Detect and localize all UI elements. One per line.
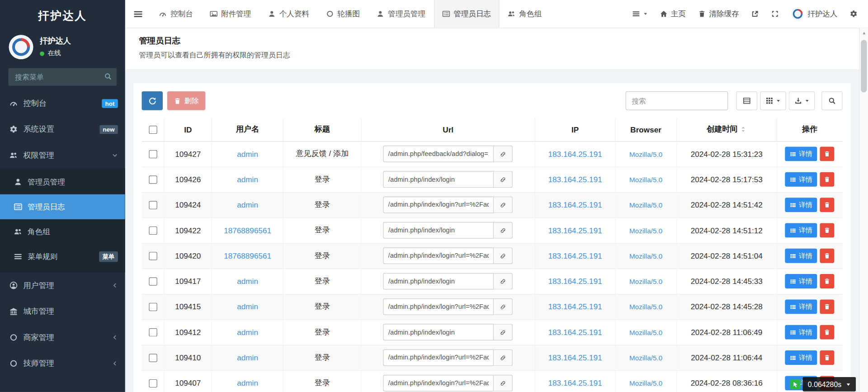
- clear-cache-link[interactable]: 清除缓存: [692, 0, 745, 28]
- sidebar-item[interactable]: 技师管理: [0, 350, 125, 377]
- row-checkbox[interactable]: [149, 226, 157, 234]
- detail-button[interactable]: 详情: [785, 350, 817, 365]
- columns-button[interactable]: [760, 91, 786, 110]
- detail-button[interactable]: 详情: [785, 325, 817, 340]
- url-link-button[interactable]: [494, 273, 513, 290]
- user-menu[interactable]: 扞护达人: [785, 0, 844, 28]
- tabs-dropdown[interactable]: [626, 0, 654, 28]
- username-link[interactable]: 18768896561: [224, 251, 271, 260]
- column-header[interactable]: Url: [361, 118, 535, 141]
- browser-link[interactable]: Mozilla/5.0: [629, 380, 662, 387]
- cursor-icon[interactable]: [790, 379, 801, 389]
- delete-row-button[interactable]: [820, 274, 835, 288]
- username-link[interactable]: admin: [237, 200, 258, 209]
- username-link[interactable]: admin: [237, 302, 258, 312]
- home-link[interactable]: 主页: [654, 0, 692, 28]
- column-header[interactable]: IP: [535, 118, 615, 141]
- topbar-tab[interactable]: 管理员日志: [434, 0, 499, 28]
- username-link[interactable]: admin: [237, 150, 258, 159]
- url-link-button[interactable]: [494, 298, 513, 315]
- column-header[interactable]: 标题: [283, 118, 361, 141]
- url-link-button[interactable]: [494, 375, 513, 392]
- url-link-button[interactable]: [494, 324, 513, 340]
- sidebar-subitem[interactable]: 管理员日志: [0, 194, 125, 219]
- delete-button[interactable]: 删除: [167, 91, 205, 110]
- scrollbar-thumb[interactable]: [861, 40, 867, 92]
- row-checkbox[interactable]: [149, 252, 157, 260]
- sidebar-item[interactable]: 控制台hot: [0, 90, 125, 117]
- row-checkbox[interactable]: [149, 379, 157, 387]
- sidebar-subitem[interactable]: 角色组: [0, 219, 125, 244]
- sidebar-subitem[interactable]: 管理员管理: [0, 170, 125, 194]
- column-header[interactable]: Browser: [615, 118, 677, 141]
- sidebar-item[interactable]: 商家管理: [0, 325, 125, 351]
- ip-link[interactable]: 183.164.25.191: [548, 175, 602, 184]
- scrollbar[interactable]: ▲: [859, 28, 868, 392]
- export-button[interactable]: [789, 91, 815, 110]
- browser-link[interactable]: Mozilla/5.0: [629, 329, 662, 336]
- username-link[interactable]: admin: [237, 379, 258, 388]
- view-toggle-button[interactable]: [736, 91, 758, 110]
- username-link[interactable]: admin: [237, 277, 258, 286]
- sidebar-subitem[interactable]: 菜单规则菜单: [0, 244, 125, 269]
- detail-button[interactable]: 详情: [785, 198, 817, 212]
- delete-row-button[interactable]: [820, 325, 835, 340]
- row-checkbox[interactable]: [149, 277, 157, 285]
- topbar-tab[interactable]: 轮播图: [317, 0, 368, 28]
- browser-link[interactable]: Mozilla/5.0: [629, 176, 662, 184]
- row-checkbox[interactable]: [149, 150, 157, 158]
- browser-link[interactable]: Mozilla/5.0: [629, 278, 662, 286]
- browser-link[interactable]: Mozilla/5.0: [629, 151, 662, 158]
- url-input[interactable]: [383, 222, 494, 239]
- topbar-tab[interactable]: 管理员管理: [368, 0, 434, 28]
- column-header[interactable]: 创建时间: [676, 118, 777, 141]
- delete-row-button[interactable]: [820, 223, 835, 237]
- username-link[interactable]: admin: [237, 353, 258, 362]
- url-link-button[interactable]: [494, 171, 513, 188]
- delete-row-button[interactable]: [820, 198, 835, 212]
- browser-link[interactable]: Mozilla/5.0: [629, 227, 662, 235]
- url-link-button[interactable]: [494, 146, 513, 162]
- column-header[interactable]: 用户名: [212, 118, 283, 141]
- username-link[interactable]: admin: [237, 175, 258, 184]
- delete-row-button[interactable]: [820, 172, 835, 187]
- table-search-input[interactable]: [626, 91, 728, 110]
- url-input[interactable]: [383, 349, 494, 366]
- row-checkbox[interactable]: [149, 201, 157, 209]
- sidebar-item[interactable]: 用户管理: [0, 272, 125, 298]
- url-input[interactable]: [383, 247, 494, 264]
- url-link-button[interactable]: [494, 222, 513, 239]
- topbar-tab[interactable]: 控制台: [151, 0, 201, 28]
- popup-button[interactable]: [745, 0, 765, 28]
- delete-row-button[interactable]: [820, 249, 835, 263]
- row-checkbox[interactable]: [149, 328, 157, 336]
- url-link-button[interactable]: [494, 197, 513, 213]
- ip-link[interactable]: 183.164.25.191: [548, 379, 602, 388]
- detail-button[interactable]: 详情: [785, 172, 817, 187]
- topbar-tab[interactable]: 附件管理: [201, 0, 259, 28]
- username-link[interactable]: admin: [237, 328, 258, 337]
- sidebar-toggle-icon[interactable]: [125, 0, 151, 28]
- url-link-button[interactable]: [494, 247, 513, 264]
- refresh-button[interactable]: [142, 91, 163, 110]
- ip-link[interactable]: 183.164.25.191: [548, 226, 602, 235]
- fullscreen-button[interactable]: [765, 0, 785, 28]
- detail-button[interactable]: 详情: [785, 223, 817, 237]
- row-checkbox[interactable]: [149, 175, 157, 184]
- browser-link[interactable]: Mozilla/5.0: [629, 303, 662, 311]
- detail-button[interactable]: 详情: [785, 146, 817, 161]
- url-input[interactable]: [383, 171, 494, 188]
- ip-link[interactable]: 183.164.25.191: [548, 277, 602, 286]
- delete-row-button[interactable]: [820, 299, 835, 314]
- ip-link[interactable]: 183.164.25.191: [548, 251, 602, 260]
- menu-search-input[interactable]: [8, 68, 117, 86]
- url-link-button[interactable]: [494, 349, 513, 366]
- row-checkbox[interactable]: [149, 302, 157, 311]
- url-input[interactable]: [383, 273, 494, 290]
- select-all-checkbox[interactable]: [149, 126, 157, 134]
- sidebar-item[interactable]: 城市管理: [0, 298, 125, 325]
- column-header[interactable]: ID: [164, 118, 212, 141]
- settings-button[interactable]: [844, 0, 863, 28]
- topbar-tab[interactable]: 个人资料: [259, 0, 318, 28]
- topbar-tab[interactable]: 角色组: [499, 0, 550, 28]
